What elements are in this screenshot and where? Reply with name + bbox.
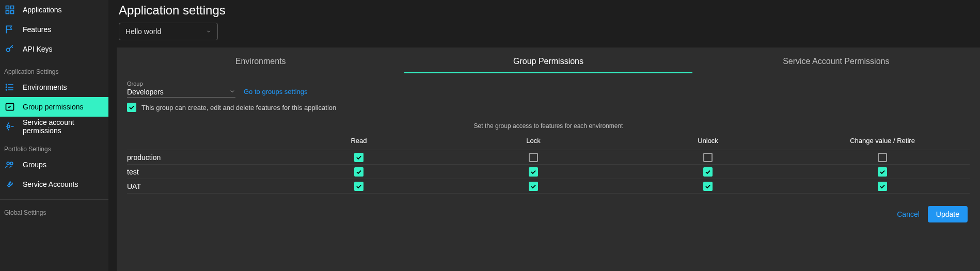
env-name: test: [127, 168, 272, 176]
feature-permission-checkbox[interactable]: [127, 103, 136, 112]
svg-rect-1: [11, 6, 14, 9]
perm-cell: [272, 167, 446, 177]
header: Application settings Hello world: [108, 0, 980, 47]
sidebar-item-label: Features: [23, 25, 51, 34]
sidebar-section-global-settings: Global Settings: [0, 205, 108, 218]
sidebar-item-label: Groups: [23, 161, 46, 169]
sidebar-section-app-settings: Application Settings: [0, 64, 108, 77]
feature-permission-label: This group can create, edit and delete f…: [141, 104, 336, 111]
perm-checkbox[interactable]: [529, 182, 538, 191]
sidebar-item-api-keys[interactable]: API Keys: [0, 39, 108, 59]
perm-cell: [795, 182, 970, 191]
perm-cell: [272, 153, 446, 162]
sidebar-item-label: Service account permissions: [23, 118, 104, 135]
update-button[interactable]: Update: [928, 206, 968, 222]
tabs: Environments Group Permissions Service A…: [117, 47, 980, 73]
go-to-groups-settings-link[interactable]: Go to groups settings: [244, 88, 308, 98]
wrench-icon: [4, 179, 15, 190]
perm-cell: [446, 182, 621, 191]
perm-cell: [795, 153, 970, 162]
perm-checkbox[interactable]: [703, 167, 713, 177]
group-select[interactable]: Group Developers: [127, 81, 235, 98]
main: Application settings Hello world Environ…: [108, 0, 980, 271]
perm-cell: [795, 167, 970, 177]
svg-point-14: [10, 162, 13, 165]
content-panel: Environments Group Permissions Service A…: [117, 47, 980, 271]
key-icon: [4, 43, 15, 55]
svg-point-4: [6, 48, 10, 52]
sidebar-item-service-account-permissions[interactable]: Service account permissions: [0, 117, 108, 136]
application-select[interactable]: Hello world: [119, 23, 218, 40]
perm-cell: [621, 167, 795, 177]
perm-cell: [621, 182, 795, 191]
perm-checkbox[interactable]: [878, 182, 887, 191]
svg-rect-3: [11, 11, 14, 14]
list-icon: [4, 82, 15, 93]
table-row: test: [127, 165, 970, 179]
feature-permission-row: This group can create, edit and delete f…: [117, 101, 980, 114]
svg-rect-0: [6, 6, 9, 9]
group-select-label: Group: [127, 81, 235, 87]
sidebar-item-label: Applications: [23, 6, 62, 14]
perm-checkbox[interactable]: [703, 182, 713, 191]
sidebar-divider: [0, 199, 108, 200]
sidebar-item-groups[interactable]: Groups: [0, 155, 108, 174]
tab-service-account-permissions[interactable]: Service Account Permissions: [692, 47, 980, 73]
sidebar-item-group-permissions[interactable]: Group permissions: [0, 97, 108, 117]
footer: Cancel Update: [117, 194, 980, 222]
group-row: Group Developers Go to groups settings: [117, 73, 980, 101]
perm-checkbox[interactable]: [354, 182, 363, 191]
sidebar-item-label: Group permissions: [23, 103, 84, 111]
perm-checkbox[interactable]: [354, 167, 363, 177]
gear-key-icon: [4, 121, 15, 132]
col-read: Read: [272, 137, 446, 145]
perm-checkbox[interactable]: [354, 153, 363, 162]
sidebar-item-features[interactable]: Features: [0, 20, 108, 39]
perm-cell: [272, 182, 446, 191]
chevron-down-icon: [206, 27, 211, 36]
env-name: UAT: [127, 182, 272, 190]
col-lock: Lock: [446, 137, 621, 145]
tab-environments[interactable]: Environments: [117, 47, 404, 73]
sidebar-item-service-accounts[interactable]: Service Accounts: [0, 174, 108, 194]
svg-point-9: [6, 87, 7, 88]
sidebar-section-portfolio-settings: Portfolio Settings: [0, 141, 108, 155]
table-row: production: [127, 150, 970, 165]
sidebar-item-label: Environments: [23, 83, 67, 91]
perm-cell: [446, 167, 621, 177]
svg-point-13: [7, 162, 9, 165]
col-unlock: Unlock: [621, 137, 795, 145]
perm-checkbox[interactable]: [529, 167, 538, 177]
col-change: Change value / Retire: [795, 137, 970, 145]
env-name: production: [127, 153, 272, 162]
checkbox-list-icon: [4, 101, 15, 113]
svg-point-8: [6, 84, 7, 85]
perm-checkbox[interactable]: [878, 153, 887, 162]
perm-checkbox[interactable]: [703, 153, 713, 162]
flag-icon: [4, 24, 15, 35]
group-select-value: Developers: [127, 88, 164, 96]
tab-group-permissions[interactable]: Group Permissions: [404, 47, 692, 73]
helper-text: Set the group access to features for eac…: [117, 114, 980, 135]
svg-point-12: [7, 125, 10, 128]
perm-checkbox[interactable]: [529, 153, 538, 162]
cancel-button[interactable]: Cancel: [897, 210, 920, 218]
sidebar-item-label: API Keys: [23, 45, 53, 53]
sidebar-item-environments[interactable]: Environments: [0, 77, 108, 97]
sidebar-item-label: Service Accounts: [23, 180, 78, 188]
perm-cell: [621, 153, 795, 162]
svg-rect-2: [6, 11, 9, 14]
perm-checkbox[interactable]: [878, 167, 887, 177]
svg-point-10: [6, 89, 7, 90]
chevron-down-icon: [229, 88, 235, 96]
sidebar-item-applications[interactable]: Applications: [0, 0, 108, 20]
table-header: Read Lock Unlock Change value / Retire: [127, 135, 970, 150]
permissions-table: Read Lock Unlock Change value / Retire p…: [117, 135, 980, 194]
users-icon: [4, 159, 15, 170]
page-title: Application settings: [119, 3, 970, 18]
table-row: UAT: [127, 179, 970, 194]
perm-cell: [446, 153, 621, 162]
sidebar: Applications Features API Keys Applicati…: [0, 0, 108, 271]
application-select-value: Hello world: [125, 27, 161, 36]
apps-icon: [4, 4, 15, 15]
